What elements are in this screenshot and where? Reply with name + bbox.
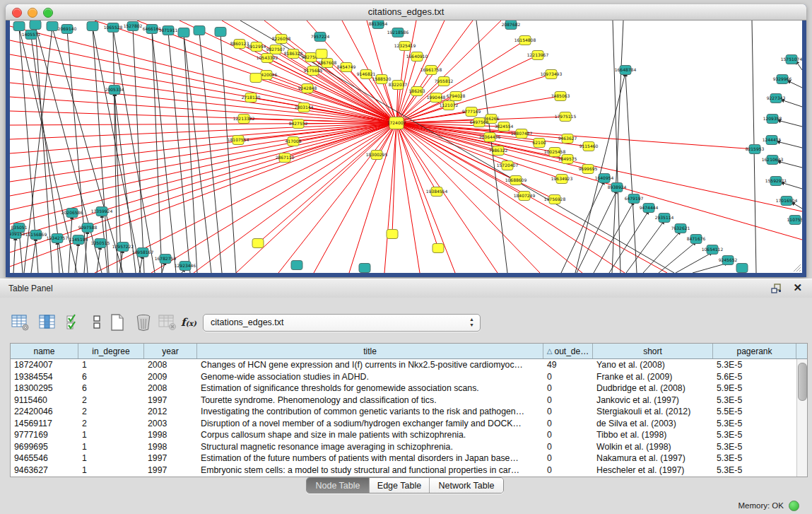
delete-table-icon[interactable] [157, 312, 178, 333]
network-node[interactable]: 19384554 [426, 187, 448, 197]
network-node[interactable]: 9329966 [773, 75, 792, 84]
network-node[interactable]: 7632621 [671, 224, 690, 233]
network-node[interactable]: 10688609 [505, 176, 527, 185]
network-node[interactable]: 1065528 [104, 23, 123, 33]
network-node[interactable] [736, 264, 748, 273]
network-node[interactable]: 1071911 [159, 26, 178, 35]
network-node[interactable]: 10543392 [257, 54, 278, 63]
network-node[interactable]: 9777169 [462, 107, 481, 117]
network-node[interactable]: 1724007 [387, 117, 406, 129]
network-node[interactable] [194, 26, 205, 35]
memory-status-indicator[interactable] [789, 501, 799, 511]
column-header-pagerank[interactable]: pagerank [713, 344, 796, 358]
network-node[interactable]: 10973493 [541, 70, 563, 79]
new-column-icon[interactable] [107, 312, 128, 333]
network-node[interactable]: 9227343 [767, 94, 786, 103]
network-node[interactable] [178, 28, 189, 37]
show-columns-icon[interactable] [37, 312, 58, 333]
network-node[interactable]: 10654112 [702, 245, 724, 255]
column-header-name[interactable]: name [11, 344, 78, 358]
network-graph[interactable]: 1405571206914010655281527802646616110719… [10, 21, 802, 273]
table-row[interactable]: 1938455462009Genome-wide association stu… [11, 371, 797, 383]
column-header-short[interactable]: short [593, 344, 713, 358]
network-node[interactable]: 7955812 [435, 77, 454, 86]
network-node[interactable]: 10807487 [511, 129, 533, 139]
table-select-dropdown[interactable]: citations_edges.txt ▲▼ [203, 314, 481, 332]
network-node[interactable]: 16640910 [406, 52, 428, 62]
rows-icon[interactable] [86, 312, 107, 333]
network-node[interactable] [359, 264, 370, 273]
network-node[interactable]: 8938924 [608, 183, 627, 192]
table-row[interactable]: 977716911998Corpus callosum shape and si… [11, 429, 797, 441]
network-node[interactable]: 1405571 [22, 30, 41, 40]
network-node[interactable] [252, 239, 264, 248]
network-node[interactable]: 2069140 [58, 25, 77, 34]
network-node[interactable]: 12213382 [233, 115, 255, 124]
table-row[interactable]: 1830029562008Estimation of significance … [11, 382, 797, 395]
network-window-titlebar[interactable]: citations_edges.txt [6, 4, 806, 21]
row-select-icon[interactable] [64, 312, 85, 333]
network-node[interactable]: 18107554 [228, 136, 249, 145]
network-node[interactable]: 16154808 [514, 36, 536, 45]
network-node[interactable]: 12213967 [527, 51, 549, 60]
function-builder-icon[interactable]: f(x) [178, 312, 199, 333]
network-node[interactable]: 1209358 [763, 115, 782, 124]
network-node[interactable]: 15720407 [497, 161, 519, 170]
network-node[interactable]: 8215953 [746, 145, 765, 154]
network-node[interactable]: 3824554 [495, 122, 514, 132]
network-node[interactable]: 1527802 [124, 22, 143, 31]
resize-grip[interactable] [794, 264, 801, 271]
network-node[interactable]: 9463627 [558, 134, 577, 144]
network-node[interactable]: 186263 [409, 87, 425, 96]
network-node[interactable]: 19756928 [544, 195, 566, 204]
tab-node-table[interactable]: Node Table [307, 478, 370, 493]
network-node[interactable]: 19634923 [551, 175, 573, 184]
network-node[interactable]: 8226058 [272, 35, 291, 44]
network-node[interactable]: 7957224 [311, 33, 330, 42]
network-node[interactable]: 8471676 [687, 235, 706, 244]
network-node[interactable] [250, 74, 261, 83]
network-node[interactable]: 9097588 [78, 223, 98, 233]
float-panel-icon[interactable] [771, 284, 782, 293]
network-node[interactable]: 20364436 [479, 133, 501, 142]
network-node[interactable] [215, 28, 226, 37]
network-node[interactable]: 6479197 [625, 194, 644, 204]
network-node[interactable]: 15751074 [781, 55, 802, 64]
network-node[interactable]: 9699695 [579, 165, 598, 174]
table-row[interactable]: 911546021997Tourette syndrome. Phenomeno… [11, 395, 797, 407]
network-node[interactable]: 9242848 [298, 84, 317, 93]
tab-network-table[interactable]: Network Table [430, 478, 503, 493]
network-node[interactable]: 17975115 [555, 112, 577, 122]
delete-column-icon[interactable] [133, 312, 154, 333]
network-node[interactable]: 16648784 [615, 66, 637, 75]
column-header-title[interactable]: title [197, 344, 543, 358]
network-node[interactable]: 7986322 [489, 146, 508, 156]
network-node[interactable]: 1640954 [595, 174, 614, 183]
network-node[interactable] [387, 230, 398, 239]
network-node[interactable]: 10958167 [132, 248, 154, 257]
network-node[interactable] [433, 244, 444, 253]
network-node[interactable]: 12342757 [47, 234, 69, 243]
close-panel-icon[interactable]: ✕ [793, 281, 802, 294]
table-row[interactable]: 946554611997Estimation of the future num… [11, 452, 797, 465]
network-node[interactable]: 2718120 [242, 93, 261, 103]
network-node[interactable] [291, 261, 302, 270]
network-node[interactable]: 16782759 [155, 255, 177, 264]
network-node[interactable]: 9827507 [266, 45, 286, 54]
network-node[interactable]: 9474444 [640, 204, 659, 213]
network-node[interactable]: 2935114 [655, 214, 674, 223]
network-node[interactable]: 16961758 [420, 66, 442, 75]
table-row[interactable]: 2242004622012Investigating the contribut… [11, 406, 797, 418]
network-node[interactable]: 2867608 [318, 59, 337, 68]
network-node[interactable] [87, 22, 98, 31]
network-node[interactable]: 8813054 [369, 21, 388, 29]
tab-edge-table[interactable]: Edge Table [370, 478, 430, 493]
column-header-in_degree[interactable]: in_degree [78, 344, 144, 358]
table-row[interactable]: 969969511998Structural magnetic resonanc… [11, 441, 797, 453]
vertical-scrollbar[interactable] [796, 359, 807, 477]
network-node[interactable]: 16210643 [762, 156, 784, 165]
network-node[interactable]: 8322037 [389, 81, 408, 90]
network-node[interactable]: 7485063 [551, 92, 570, 101]
network-node[interactable]: 9115460 [579, 142, 599, 151]
network-node[interactable]: 17359924 [91, 207, 113, 216]
